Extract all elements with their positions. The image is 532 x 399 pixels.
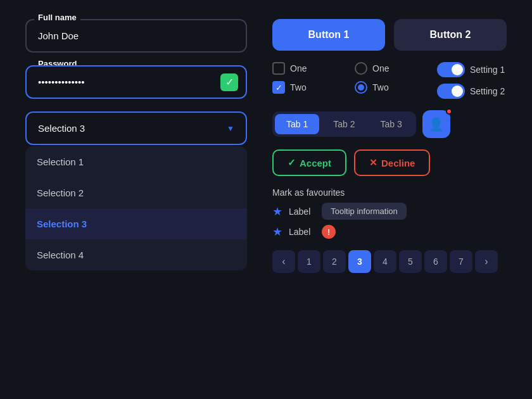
- password-input[interactable]: [25, 65, 247, 99]
- checkbox-one-item: One: [272, 62, 342, 75]
- decline-x-icon: ✕: [369, 157, 377, 168]
- pagination-page-3[interactable]: 3: [348, 250, 371, 273]
- fullname-label: Full name: [34, 13, 80, 22]
- star-icon-2[interactable]: ★: [272, 225, 282, 239]
- dropdown-item-1[interactable]: Selection 1: [25, 146, 247, 177]
- user-icon: 👤: [428, 117, 444, 132]
- pagination-page-5[interactable]: 5: [399, 250, 422, 273]
- radio-one[interactable]: [355, 62, 367, 75]
- tab-2[interactable]: Tab 2: [322, 114, 366, 134]
- pagination-page-1[interactable]: 1: [298, 250, 320, 273]
- fullname-field-group: Full name: [25, 19, 247, 53]
- toggle-setting1-item: Setting 1: [437, 62, 507, 77]
- radio-two-label: Two: [372, 82, 389, 92]
- fav-label-1: Label: [289, 206, 310, 217]
- tabs-row: Tab 1 Tab 2 Tab 3 👤: [272, 110, 507, 138]
- dropdown-item-2[interactable]: Selection 2: [25, 177, 247, 208]
- password-check-icon: ✓: [220, 73, 238, 91]
- fav-item-2: ★ Label !: [272, 225, 507, 239]
- checkbox-group: One ✓ Two: [272, 62, 342, 99]
- action-row: ✓ Accept ✕ Decline: [272, 149, 507, 176]
- radio-two-item: Two: [355, 81, 424, 94]
- radio-one-label: One: [372, 63, 389, 73]
- tab-1[interactable]: Tab 1: [275, 114, 319, 134]
- radio-group: One Two: [355, 62, 424, 99]
- pagination-page-4[interactable]: 4: [374, 250, 396, 273]
- notification-badge: [446, 108, 452, 115]
- dropdown-trigger[interactable]: Selection 3 ▼: [25, 111, 247, 145]
- buttons-row: Button 1 Button 2: [272, 19, 507, 51]
- toggle-knob-1: [452, 64, 463, 75]
- check-mark-icon: ✓: [276, 83, 282, 92]
- tooltip-badge-1: Tooltip information: [322, 203, 407, 220]
- pagination-page-2[interactable]: 2: [323, 250, 346, 273]
- password-wrapper: ✓: [25, 65, 247, 99]
- radio-one-item: One: [355, 62, 424, 75]
- toggle-setting1[interactable]: [437, 62, 465, 77]
- tabs-container: Tab 1 Tab 2 Tab 3: [272, 111, 416, 137]
- button2[interactable]: Button 2: [394, 19, 507, 51]
- pagination-next[interactable]: ›: [475, 250, 498, 273]
- accept-label: Accept: [300, 158, 331, 168]
- tab-3[interactable]: Tab 3: [369, 114, 414, 134]
- fav-item-1: ★ Label Tooltip information: [272, 203, 507, 220]
- dropdown-list: Selection 1 Selection 2 Selection 3 Sele…: [25, 146, 247, 270]
- toggle-setting1-label: Setting 1: [470, 65, 505, 75]
- toggle-setting2-label: Setting 2: [470, 86, 505, 96]
- accept-button[interactable]: ✓ Accept: [272, 149, 346, 176]
- pagination-prev[interactable]: ‹: [272, 250, 295, 273]
- dropdown-wrapper: Selection 3 ▼ Selection 1 Selection 2 Se…: [25, 111, 247, 270]
- avatar-button[interactable]: 👤: [422, 110, 450, 138]
- toggle-setting2[interactable]: [437, 84, 465, 99]
- favourites-title: Mark as favourites: [272, 187, 507, 198]
- checkbox-two-label: Two: [290, 82, 307, 92]
- toggle-setting2-item: Setting 2: [437, 84, 507, 99]
- button1[interactable]: Button 1: [272, 19, 385, 51]
- controls-section: One ✓ Two One Two: [272, 62, 507, 99]
- checkbox-one-label: One: [290, 63, 307, 73]
- pagination-page-6[interactable]: 6: [424, 250, 447, 273]
- star-icon-1[interactable]: ★: [272, 205, 282, 218]
- dropdown-item-4[interactable]: Selection 4: [25, 239, 247, 270]
- fav-label-2: Label: [289, 227, 310, 237]
- toggle-group: Setting 1 Setting 2: [437, 62, 507, 99]
- pagination: ‹ 1 2 3 4 5 6 7 ›: [272, 250, 507, 273]
- decline-label: Decline: [381, 158, 415, 168]
- checkbox-two-item: ✓ Two: [272, 81, 342, 94]
- decline-button[interactable]: ✕ Decline: [354, 149, 430, 176]
- password-field-group: Password ✓: [25, 65, 247, 99]
- dropdown-selected-label: Selection 3: [38, 123, 85, 134]
- toggle-knob-2: [452, 86, 463, 97]
- fullname-input[interactable]: [25, 19, 247, 53]
- right-column: Button 1 Button 2 One ✓ Two: [266, 19, 507, 380]
- accept-check-icon: ✓: [288, 157, 296, 168]
- checkbox-two[interactable]: ✓: [272, 81, 285, 94]
- left-column: Full name Password ✓ Selection 3 ▼ Selec…: [25, 19, 266, 380]
- radio-two[interactable]: [355, 81, 367, 94]
- chevron-down-icon: ▼: [227, 124, 234, 133]
- checkbox-one[interactable]: [272, 62, 285, 75]
- dropdown-item-3[interactable]: Selection 3: [25, 208, 247, 239]
- warning-icon: !: [322, 225, 336, 239]
- favourites-section: Mark as favourites ★ Label Tooltip infor…: [272, 187, 507, 239]
- pagination-page-7[interactable]: 7: [450, 250, 472, 273]
